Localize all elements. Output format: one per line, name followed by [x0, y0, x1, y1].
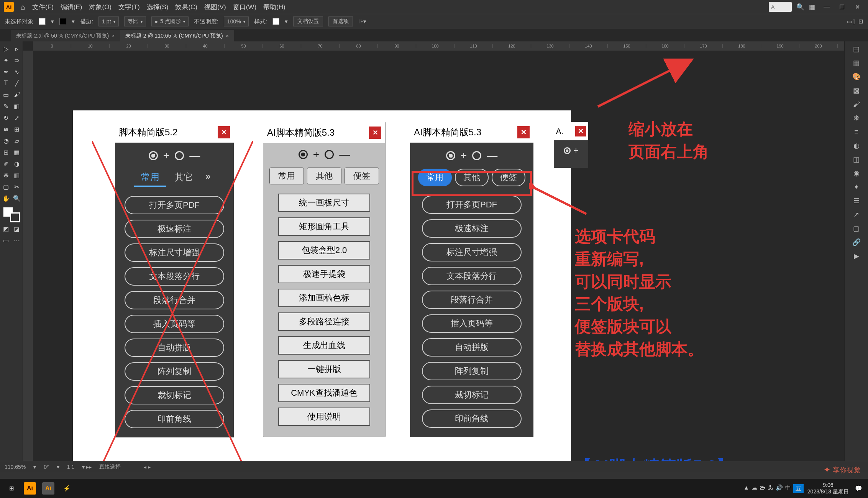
menu-effect[interactable]: 效果(C)	[175, 3, 197, 12]
hand-tool[interactable]: ✋	[1, 193, 11, 203]
document-tab[interactable]: 未标题-2.ai @ 50 % (CMYK/CPU 预览)×	[11, 30, 120, 41]
script-button[interactable]: 极速手提袋	[278, 265, 370, 283]
more-button[interactable]: »	[202, 169, 214, 187]
menu-select[interactable]: 选择(S)	[147, 3, 169, 12]
script-button[interactable]: 裁切标记	[125, 386, 224, 404]
menu-edit[interactable]: 编辑(E)	[61, 3, 82, 12]
artboard-tool[interactable]: ▢	[1, 182, 11, 192]
home-icon[interactable]: ⌂	[21, 3, 25, 12]
artboard-nav[interactable]: 1 1	[67, 464, 74, 470]
script-button[interactable]: 极速标注	[422, 219, 522, 238]
menu-object[interactable]: 对象(O)	[89, 3, 112, 12]
taskbar-app-ai[interactable]: Ai	[41, 481, 56, 496]
ime-icon[interactable]: 五	[793, 484, 804, 493]
symbols-panel-icon[interactable]: ❋	[851, 113, 862, 123]
appearance-panel-icon[interactable]: ◉	[851, 168, 862, 179]
panel-header[interactable]: 脚本精简版5.2 ✕	[115, 122, 234, 143]
type-tool[interactable]: T	[1, 78, 11, 88]
rotation[interactable]: 0°	[44, 464, 49, 470]
tray-icon[interactable]: 中	[785, 484, 791, 493]
start-button[interactable]: ⊞	[4, 481, 19, 496]
layers-panel-icon[interactable]: ☰	[851, 196, 862, 206]
close-button[interactable]: ✕	[218, 126, 230, 138]
script-button[interactable]: 一键拼版	[278, 360, 370, 378]
asset-export-panel-icon[interactable]: ↗	[851, 209, 862, 220]
style-swatch[interactable]	[272, 18, 279, 25]
close-icon[interactable]: ×	[112, 33, 115, 39]
minimize-button[interactable]: —	[820, 2, 834, 12]
graphic-styles-panel-icon[interactable]: ✦	[851, 182, 862, 192]
canvas[interactable]: 0102030405060708090100110120130140150160…	[23, 41, 844, 472]
zoom-tool[interactable]: 🔍	[12, 193, 22, 203]
close-button[interactable]: ✕	[517, 126, 530, 138]
eyedropper-tool[interactable]: ✐	[1, 159, 11, 169]
pen-tool[interactable]: ✒	[1, 67, 11, 77]
tab-common[interactable]: 常用	[134, 169, 166, 187]
tab-common[interactable]: 常用	[269, 168, 304, 184]
slice-tool[interactable]: ✂	[12, 182, 22, 192]
gradient-panel-icon[interactable]: ◐	[851, 140, 862, 151]
lasso-tool[interactable]: ⊃	[12, 55, 22, 65]
stroke-panel-icon[interactable]: ≡	[851, 127, 862, 137]
close-button[interactable]: ✕	[369, 127, 381, 139]
screen-mode[interactable]: ▭	[1, 235, 11, 245]
perspective-tool[interactable]: ▱	[12, 136, 22, 146]
selection-tool[interactable]: ▷	[1, 44, 11, 54]
tab-notes[interactable]: 便签	[492, 169, 525, 186]
script-button[interactable]: 极速标注	[125, 220, 224, 238]
system-tray[interactable]: ▲ ☁ 🗁 🖧 🔊 中 五	[743, 484, 804, 493]
shape-builder-tool[interactable]: ◔	[1, 136, 11, 146]
close-icon[interactable]: ×	[226, 33, 229, 39]
play-icon[interactable]: ▶	[851, 251, 862, 261]
curvature-tool[interactable]: ∿	[12, 67, 22, 77]
menu-window[interactable]: 窗口(W)	[233, 3, 256, 12]
swatches-panel-icon[interactable]: ▩	[851, 85, 862, 96]
rectangle-tool[interactable]: ▭	[1, 90, 11, 100]
taskbar-clock[interactable]: 9:06 2023/8/13 星期日	[807, 482, 849, 495]
script-button[interactable]: 统一画板尺寸	[278, 194, 370, 212]
paintbrush-tool[interactable]: 🖌	[12, 90, 22, 100]
maximize-button[interactable]: ☐	[835, 2, 849, 12]
script-button[interactable]: 自动拼版	[125, 339, 224, 357]
script-button[interactable]: 段落行合并	[422, 291, 522, 309]
color-panel-icon[interactable]: 🎨	[851, 71, 862, 82]
search-icon[interactable]: 🔍	[796, 3, 804, 11]
properties-panel-icon[interactable]: ▤	[851, 44, 862, 54]
artboards-panel-icon[interactable]: ▢	[851, 223, 862, 234]
zoom-controls[interactable]: + —	[120, 150, 229, 162]
panel-icon[interactable]: ▭▯	[847, 18, 855, 25]
stroke-weight-input[interactable]: 1 pt▾	[98, 16, 118, 26]
zoom-level[interactable]: 110.65%	[5, 464, 26, 470]
taskbar-app-ai[interactable]: Ai	[22, 481, 38, 496]
document-tab[interactable]: 未标题-2 @ 110.65 % (CMYK/CPU 预览)×	[120, 30, 234, 41]
document-setup-button[interactable]: 文档设置	[293, 16, 323, 26]
script-button[interactable]: 生成出血线	[278, 336, 370, 355]
script-button[interactable]: 包装盒型2.0	[278, 241, 370, 260]
script-button[interactable]: 矩形圆角工具	[278, 217, 370, 236]
script-button[interactable]: 打开多页PDF	[422, 196, 522, 214]
notifications-button[interactable]: 💬	[853, 485, 864, 492]
tab-other[interactable]: 其他	[455, 169, 489, 186]
script-button[interactable]: 自动拼版	[422, 338, 522, 357]
menu-type[interactable]: 文字(T)	[118, 3, 140, 12]
eraser-tool[interactable]: ◧	[12, 101, 22, 111]
script-button[interactable]: 文本段落分行	[125, 267, 224, 286]
fill-swatch[interactable]	[39, 18, 46, 25]
tray-icon[interactable]: ☁	[752, 484, 757, 493]
width-tool[interactable]: ≋	[1, 124, 11, 134]
tray-icon[interactable]: 🗁	[760, 484, 765, 493]
scale-tool[interactable]: ⤢	[12, 113, 22, 123]
fill-stroke-control[interactable]	[3, 207, 20, 222]
script-button[interactable]: 使用说明	[278, 408, 370, 426]
libraries-panel-icon[interactable]: ▦	[851, 58, 862, 68]
links-panel-icon[interactable]: 🔗	[851, 237, 862, 248]
gradient-tool[interactable]: ▦	[12, 147, 22, 157]
direct-selection-tool[interactable]: ▹	[12, 44, 22, 54]
script-button[interactable]: 插入页码等	[125, 315, 224, 333]
brush-select[interactable]: ●5 点圆形▾	[151, 16, 189, 26]
menu-help[interactable]: 帮助(H)	[263, 3, 286, 12]
transparency-panel-icon[interactable]: ◫	[851, 154, 862, 165]
script-button[interactable]: 插入页码等	[422, 314, 522, 333]
tab-other[interactable]: 其它	[168, 169, 200, 187]
brushes-panel-icon[interactable]: 🖌	[851, 99, 862, 110]
